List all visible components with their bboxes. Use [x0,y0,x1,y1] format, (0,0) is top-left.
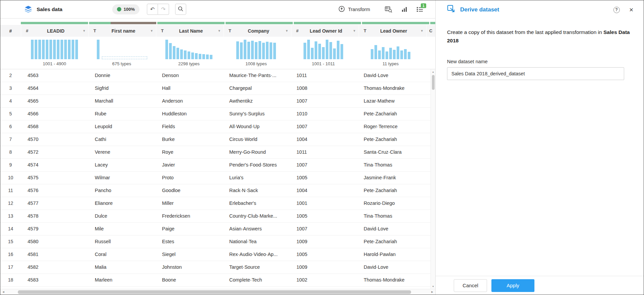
column-menu-chevron-icon[interactable]: ▾ [421,29,423,33]
table-cell-leadid[interactable]: 4581 [21,248,88,261]
table-cell-last-name[interactable]: Siegel [155,248,223,261]
table-cell-leadid[interactable]: 4565 [21,95,88,107]
table-cell-leadid[interactable]: 4583 [21,274,88,286]
table-cell-first-name[interactable]: Mile [88,223,155,235]
table-cell-lead-owner-id[interactable]: 1004 [290,184,357,197]
table-cell-last-name[interactable]: Estes [155,235,223,248]
table-cell-last-name[interactable]: Boone [155,274,223,286]
table-cell-lead-owner[interactable]: Roger·Terrence [357,120,424,133]
column-histogram-company[interactable]: 1008 types [223,37,290,69]
scroll-left-icon[interactable]: ◀ [0,291,6,293]
column-menu-chevron-icon[interactable]: ▾ [353,29,355,33]
table-cell-leadid[interactable]: 4574 [21,159,88,171]
table-cell-first-name[interactable]: Sigfrid [88,82,155,95]
table-cell-leadid[interactable]: 4566 [21,108,88,120]
table-cell-first-name[interactable]: Donnie [88,69,155,82]
table-cell-lead-owner[interactable]: Thomas·Mondrake [357,82,424,95]
table-cell-leadid[interactable]: 4578 [21,210,88,222]
table-cell-lead-owner[interactable]: Pete·Zachariah [357,235,424,248]
redo-button[interactable]: ↷ [158,4,169,15]
table-cell-lead-owner-id[interactable]: 1009 [290,261,357,273]
table-cell-last-name[interactable]: Anderson [155,95,223,107]
table-cell-leadid[interactable]: 4575 [21,172,88,184]
column-histogram-lead-owner-id[interactable]: 1001 - 1011 [290,37,357,69]
table-cell-lead-owner[interactable]: David·Love [357,69,424,82]
column-header-last-name[interactable]: TLast Name▾ [156,25,224,37]
table-cell-first-name[interactable]: Verene [88,146,155,158]
pipeline-steps-icon[interactable]: 1 [416,7,423,12]
column-stats-icon[interactable] [401,6,407,12]
table-cell-company[interactable]: Erlebacher's [223,197,290,210]
table-cell-first-name[interactable]: Rube [88,108,155,120]
table-cell-company[interactable]: Maurice·The·Pants·... [223,69,290,82]
table-cell-lead-owner[interactable]: David·Love [357,223,424,235]
table-cell-lead-owner[interactable]: Santa·Cruz·Clara [357,146,424,158]
table-cell-company[interactable]: Rack·N·Sack [223,184,290,197]
close-icon[interactable]: ✕ [629,7,634,13]
table-cell-leadid[interactable]: 4568 [21,120,88,133]
table-cell-first-name[interactable]: Elianore [88,197,155,210]
table-cell-lead-owner-id[interactable]: 1009 [290,235,357,248]
table-cell-lead-owner-id[interactable]: 1004 [290,133,357,146]
table-cell-last-name[interactable]: Paige [155,223,223,235]
table-cell-lead-owner-id[interactable]: 1010 [290,108,357,120]
table-cell-leadid[interactable]: 4576 [21,184,88,197]
table-cell-company[interactable]: Circus·World [223,133,290,146]
table-cell-leadid[interactable]: 4582 [21,261,88,273]
scroll-up-icon[interactable]: ▲ [431,69,435,74]
table-cell-lead-owner[interactable]: Rozario·Diego [357,197,424,210]
table-cell-company[interactable]: Awthentikz [223,95,290,107]
table-cell-last-name[interactable]: Fredericksen [155,210,223,222]
scroll-right-icon[interactable]: ▶ [429,291,435,293]
table-cell-company[interactable]: Sunny's·Surplus [223,108,290,120]
transform-button[interactable]: Transform [338,6,370,13]
column-header-leadid[interactable]: #LEADID▾ [21,25,88,37]
undo-button[interactable]: ↶ [147,4,158,15]
data-preview-icon[interactable] [385,6,392,13]
table-cell-leadid[interactable]: 4563 [21,69,88,82]
table-cell-last-name[interactable]: Roye [155,146,223,158]
table-cell-lead-owner[interactable]: Tina·Thomas [357,159,424,171]
table-cell-last-name[interactable]: Javier [155,159,223,171]
column-menu-chevron-icon[interactable]: ▾ [83,29,85,33]
apply-button[interactable]: Apply [491,279,534,292]
table-cell-lead-owner[interactable]: David·Love [357,261,424,273]
table-cell-last-name[interactable]: Goodloe [155,184,223,197]
column-header-lead-owner[interactable]: TLead Owner▾ [359,25,426,37]
column-menu-chevron-icon[interactable]: ▾ [286,29,288,33]
table-cell-last-name[interactable]: Denson [155,69,223,82]
table-cell-leadid[interactable]: 4572 [21,146,88,158]
column-menu-chevron-icon[interactable]: ▾ [218,29,220,33]
table-cell-lead-owner-id[interactable]: 1008 [290,82,357,95]
table-cell-lead-owner[interactable]: Pete·Zachariah [357,133,424,146]
table-cell-company[interactable]: Chargepal [223,82,290,95]
table-cell-lead-owner[interactable]: Pete·Zachariah [357,184,424,197]
table-cell-last-name[interactable]: Burke [155,133,223,146]
table-cell-last-name[interactable]: Proto [155,172,223,184]
table-cell-lead-owner[interactable]: Jasmine·Frank [357,172,424,184]
search-button[interactable] [175,4,186,15]
table-cell-first-name[interactable]: Pancho [88,184,155,197]
table-cell-leadid[interactable]: 4580 [21,235,88,248]
column-histogram-leadid[interactable]: 1001 - 4900 [21,37,88,69]
table-cell-company[interactable]: Complete·Tech [223,274,290,286]
table-cell-leadid[interactable]: 4577 [21,197,88,210]
table-cell-company[interactable]: Country·Club·Marke... [223,210,290,222]
table-cell-lead-owner-id[interactable]: 1011 [290,146,357,158]
table-cell-lead-owner-id[interactable]: 1002 [290,274,357,286]
column-histogram-lead-owner[interactable]: 11 types [357,37,424,69]
scroll-down-icon[interactable]: ▼ [431,284,435,289]
data-quality-indicator[interactable]: 100% [112,4,139,14]
table-cell-lead-owner-id[interactable]: 1005 [290,248,357,261]
table-cell-first-name[interactable]: Dulce [88,210,155,222]
table-cell-lead-owner[interactable]: Tina·Thomas [357,210,424,222]
table-cell-last-name[interactable]: Johnston [155,261,223,273]
horizontal-scrollbar[interactable]: ◀ ▶ [0,289,435,295]
table-cell-first-name[interactable]: Malia [88,261,155,273]
table-cell-lead-owner[interactable]: Pete·Zachariah [357,108,424,120]
table-cell-leadid[interactable]: 4579 [21,223,88,235]
table-cell-company[interactable]: National·Tea [223,235,290,248]
vertical-scroll-thumb[interactable] [432,75,435,90]
table-cell-lead-owner-id[interactable]: 1005 [290,172,357,184]
table-cell-last-name[interactable]: Huddleston [155,108,223,120]
